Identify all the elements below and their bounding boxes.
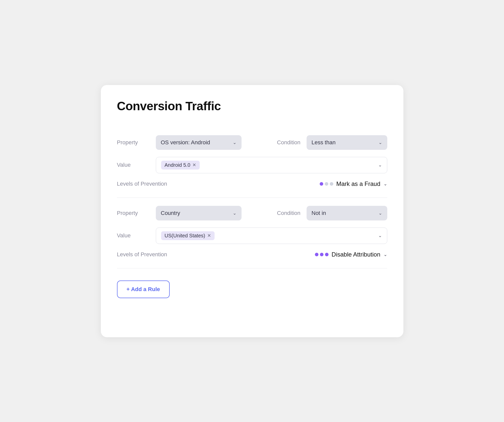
add-rule-button[interactable]: + Add a Rule [117,280,170,298]
rule-1-levels-label: Levels of Prevention [117,181,316,187]
rule-1-property-chevron-icon: ⌄ [233,140,236,145]
rule-2-condition-label: Condition [277,210,301,216]
rule-1-condition-select[interactable]: Less than ⌄ [307,135,387,150]
rule-2-property-label: Property [117,210,150,216]
rule-2-prevention-select[interactable]: Disable Attribution ⌄ [315,251,387,258]
rule-1-dot-2 [325,182,328,186]
rule-1-value-chevron-icon: ⌄ [378,162,382,168]
rule-2-levels-label: Levels of Prevention [117,251,311,258]
rule-1-condition-chevron-icon: ⌄ [378,140,382,145]
rule-2-value-label: Value [117,232,150,239]
rule-2-dots-indicator [315,253,329,256]
rule-2-prevention-chevron-icon: ⌄ [383,252,387,257]
rule-1-value-row: Value Android 5.0 ✕ ⌄ [117,157,387,173]
rule-2-condition-chevron-icon: ⌄ [378,210,382,216]
rule-2-left-group: Property Country ⌄ [117,206,271,220]
rule-2-property-row: Property Country ⌄ Condition Not in ⌄ [117,206,387,220]
rule-1-property-value: OS version: Android [161,139,230,146]
rule-1-left-group: Property OS version: Android ⌄ [117,135,271,150]
rule-1-prevention-chevron-icon: ⌄ [383,181,387,187]
rule-2-prevention-text: Disable Attribution [332,251,380,258]
rule-2: Property Country ⌄ Condition Not in ⌄ Va… [117,198,387,268]
rule-1-value-input[interactable]: Android 5.0 ✕ ⌄ [156,157,387,173]
rule-1-value-tag: Android 5.0 ✕ [161,161,200,170]
divider-2 [117,268,387,268]
rule-1-right-group: Condition Less than ⌄ [277,135,387,150]
rule-1-dot-1 [320,182,323,186]
rule-1-property-row: Property OS version: Android ⌄ Condition… [117,135,387,150]
rule-1-condition-label: Condition [277,139,301,146]
rule-2-dot-2 [320,253,323,256]
rule-1-prevention-select[interactable]: Mark as a Fraud ⌄ [320,180,387,187]
rule-2-value-tag: US(United States) ✕ [161,231,215,240]
main-card: Conversion Traffic Property OS version: … [101,85,403,337]
rule-2-right-group: Condition Not in ⌄ [277,206,387,220]
rule-2-value-chevron-icon: ⌄ [378,233,382,238]
rule-1-value-label: Value [117,162,150,168]
rule-1: Property OS version: Android ⌄ Condition… [117,127,387,198]
rule-2-levels-row: Levels of Prevention Disable Attribution… [117,251,387,258]
rule-2-value-tag-text: US(United States) [165,233,205,239]
rule-1-value-remove-icon[interactable]: ✕ [192,163,196,167]
rule-1-dot-3 [330,182,333,186]
rule-1-levels-row: Levels of Prevention Mark as a Fraud ⌄ [117,180,387,187]
rule-1-dots-indicator [320,182,333,186]
rule-2-property-select[interactable]: Country ⌄ [156,206,242,220]
rule-2-value-input[interactable]: US(United States) ✕ ⌄ [156,228,387,244]
rule-1-prevention-text: Mark as a Fraud [336,180,380,187]
rule-2-property-value: Country [161,210,230,216]
rule-1-condition-value: Less than [312,139,375,146]
rule-2-section: Property Country ⌄ Condition Not in ⌄ Va… [117,198,387,268]
page-title: Conversion Traffic [117,99,387,113]
rule-2-dot-1 [315,253,318,256]
rule-1-property-select[interactable]: OS version: Android ⌄ [156,135,242,150]
rule-2-value-remove-icon[interactable]: ✕ [207,233,211,238]
rule-2-value-row: Value US(United States) ✕ ⌄ [117,228,387,244]
rule-2-property-chevron-icon: ⌄ [233,210,236,216]
rule-2-condition-select[interactable]: Not in ⌄ [307,206,387,220]
rule-1-property-label: Property [117,139,150,146]
rule-1-value-tag-text: Android 5.0 [165,162,190,168]
rule-2-condition-value: Not in [312,210,375,216]
rule-1-section: Property OS version: Android ⌄ Condition… [117,127,387,198]
rule-2-dot-3 [325,253,329,256]
